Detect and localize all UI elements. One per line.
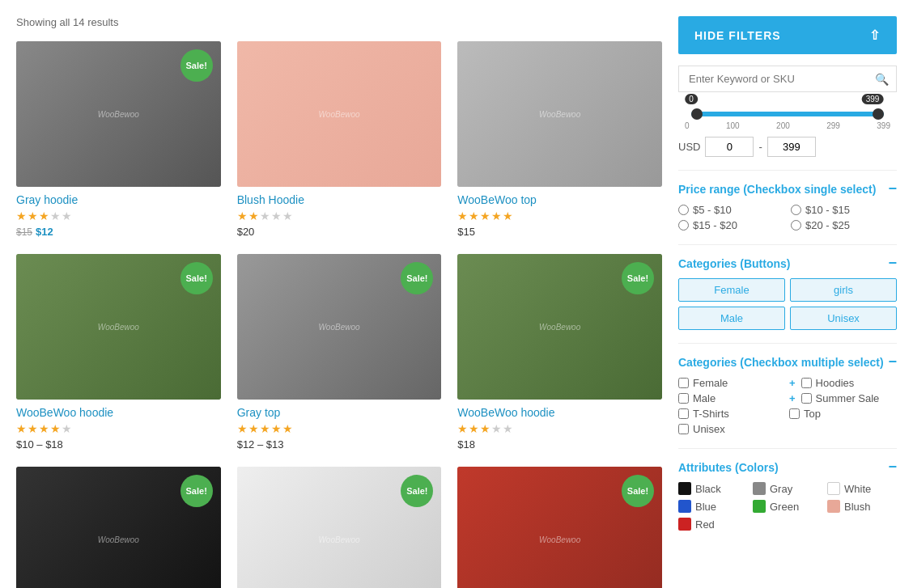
color-item-green[interactable]: Green <box>753 500 822 513</box>
product-card-white-top[interactable]: WooBewoo Sale! White top <box>237 467 442 588</box>
star-empty: ★ <box>50 209 61 222</box>
star-filled: ★ <box>248 422 259 435</box>
color-swatch-black <box>678 482 691 495</box>
checkbox-top-input[interactable] <box>789 408 800 419</box>
product-price: $15$12 <box>16 226 221 238</box>
hide-filters-button[interactable]: HIDE FILTERS ⇧ <box>678 16 897 54</box>
price-range-options: $5 - $10 $10 - $15 $15 - $20 $20 - $25 <box>678 204 897 231</box>
checkbox-hoodies-input[interactable] <box>801 378 812 388</box>
category-btn-male[interactable]: Male <box>678 307 785 330</box>
color-item-blue[interactable]: Blue <box>678 500 748 513</box>
product-card-woobewoo-hoodie-2[interactable]: WooBewoo Sale! WooBeWoo hoodie ★★★★★ $18 <box>457 254 662 451</box>
price-option-10-15[interactable]: $10 - $15 <box>791 204 897 216</box>
search-filter-section: 🔍 <box>678 66 897 92</box>
checkbox-summer-input[interactable] <box>801 393 812 404</box>
star-empty: ★ <box>271 209 282 222</box>
checkbox-tshirts-input[interactable] <box>678 408 689 419</box>
checkbox-female-input[interactable] <box>678 378 689 388</box>
product-price: $12 – $13 <box>237 438 442 451</box>
category-btn-girls[interactable]: girls <box>790 278 897 302</box>
checkbox-unisex-input[interactable] <box>678 424 689 434</box>
checkbox-summer-label: Summer Sale <box>816 392 880 404</box>
chevron-up-icon: ⇧ <box>869 27 881 43</box>
star-filled: ★ <box>457 422 468 435</box>
search-icon: 🔍 <box>875 73 889 86</box>
product-price: $18 <box>457 438 662 451</box>
categories-checkbox-collapse-icon[interactable]: − <box>888 353 897 370</box>
checkbox-hoodies[interactable]: + Hoodies <box>789 377 897 389</box>
price-min-input[interactable] <box>705 137 754 157</box>
categories-buttons-collapse-icon[interactable]: − <box>888 255 897 272</box>
product-card-woobewoo-hoodie-1[interactable]: WooBewoo Sale! WooBeWoo hoodie ★★★★★ $10… <box>16 254 221 451</box>
search-input[interactable] <box>678 66 897 92</box>
color-label-gray: Gray <box>770 483 792 495</box>
categories-checkbox-cols: Female Male T-Shirts Unisex <box>678 377 897 435</box>
checkbox-top[interactable]: Top <box>789 408 897 420</box>
price-radio-10-15[interactable] <box>791 205 801 215</box>
checkbox-summer-sale[interactable]: + Summer Sale <box>789 392 897 404</box>
price-slider-section: 0 399 0 100 200 299 399 USD - <box>678 112 897 157</box>
product-card-black-hoodie[interactable]: WooBewoo Sale! Black hoodie <box>16 467 221 588</box>
color-swatch-blush <box>827 500 840 513</box>
price-radio-20-25[interactable] <box>791 220 801 231</box>
checkbox-male[interactable]: Male <box>678 392 786 404</box>
product-image-text: WooBewoo <box>539 110 580 119</box>
product-stars: ★★★★★ <box>457 209 662 222</box>
product-image-text: WooBewoo <box>539 535 580 544</box>
attributes-collapse-icon[interactable]: − <box>888 459 897 476</box>
star-filled: ★ <box>469 209 479 222</box>
price-radio-15-20[interactable] <box>678 220 689 231</box>
slider-label-399: 399 <box>877 121 890 130</box>
product-card-red-tshirt[interactable]: WooBewoo Sale! Red t-shirt <box>457 467 662 588</box>
star-filled: ★ <box>491 209 502 222</box>
star-filled: ★ <box>28 422 38 435</box>
star-filled: ★ <box>282 422 293 435</box>
price-option-15-20[interactable]: $15 - $20 <box>678 219 784 231</box>
category-btn-unisex[interactable]: Unisex <box>790 307 897 330</box>
color-item-red[interactable]: Red <box>678 518 748 531</box>
color-item-black[interactable]: Black <box>678 482 748 495</box>
color-item-blush[interactable]: Blush <box>827 500 897 513</box>
product-card-gray-top[interactable]: WooBewoo Sale! Gray top ★★★★★ $12 – $13 <box>237 254 442 451</box>
product-title: WooBeWoo hoodie <box>457 406 662 419</box>
color-item-white[interactable]: White <box>827 482 897 495</box>
slider-label-100: 100 <box>726 121 740 130</box>
checkbox-tshirts[interactable]: T-Shirts <box>678 408 786 420</box>
price-dash: - <box>758 141 762 153</box>
product-card-blush-hoodie[interactable]: WooBewoo Blush Hoodie ★★★★★ $20 <box>237 41 442 238</box>
product-card-gray-hoodie[interactable]: WooBewoo Sale! Gray hoodie ★★★★★ $15$12 <box>16 41 221 238</box>
product-image-wrapper: WooBewoo Sale! <box>237 467 442 588</box>
checkbox-male-label: Male <box>693 392 716 404</box>
price-option-5-10[interactable]: $5 - $10 <box>678 204 784 216</box>
star-filled: ★ <box>16 422 27 435</box>
categories-buttons-filter: Categories (Buttons) − Female girls Male… <box>678 244 897 330</box>
product-image-text: WooBewoo <box>539 323 580 332</box>
slider-thumb-min[interactable]: 0 <box>691 108 703 120</box>
star-filled: ★ <box>503 209 513 222</box>
price-option-label-20-25: $20 - $25 <box>805 219 850 231</box>
category-btn-female[interactable]: Female <box>678 278 785 302</box>
categories-checkbox-heading: Categories (Checkbox multiple select) − <box>678 343 897 370</box>
price-option-20-25[interactable]: $20 - $25 <box>791 219 897 231</box>
price-max-input[interactable] <box>767 137 816 157</box>
checkbox-female[interactable]: Female <box>678 377 786 389</box>
colors-grid: Black Gray White Blue Green Blush Red <box>678 482 897 531</box>
price-radio-5-10[interactable] <box>678 205 689 215</box>
price-option-label-5-10: $5 - $10 <box>693 204 732 216</box>
hide-filters-label: HIDE FILTERS <box>694 29 781 42</box>
checkbox-unisex[interactable]: Unisex <box>678 423 786 435</box>
product-card-woobewoo-top[interactable]: WooBewoo WooBeWoo top ★★★★★ $15 <box>457 41 662 238</box>
price-range-collapse-icon[interactable]: − <box>888 180 897 197</box>
price-range-heading-text: Price range (Checkbox single select) <box>678 183 876 196</box>
categories-buttons-heading: Categories (Buttons) − <box>678 244 897 272</box>
slider-max-label: 399 <box>862 94 884 104</box>
star-filled: ★ <box>480 209 490 222</box>
checkbox-male-input[interactable] <box>678 393 689 404</box>
star-filled: ★ <box>248 209 259 222</box>
product-image: WooBewoo <box>457 41 662 187</box>
color-label-white: White <box>844 483 871 495</box>
sale-badge: Sale! <box>622 262 654 294</box>
slider-thumb-max[interactable]: 399 <box>873 108 884 120</box>
color-item-gray[interactable]: Gray <box>753 482 822 495</box>
star-filled: ★ <box>480 422 490 435</box>
